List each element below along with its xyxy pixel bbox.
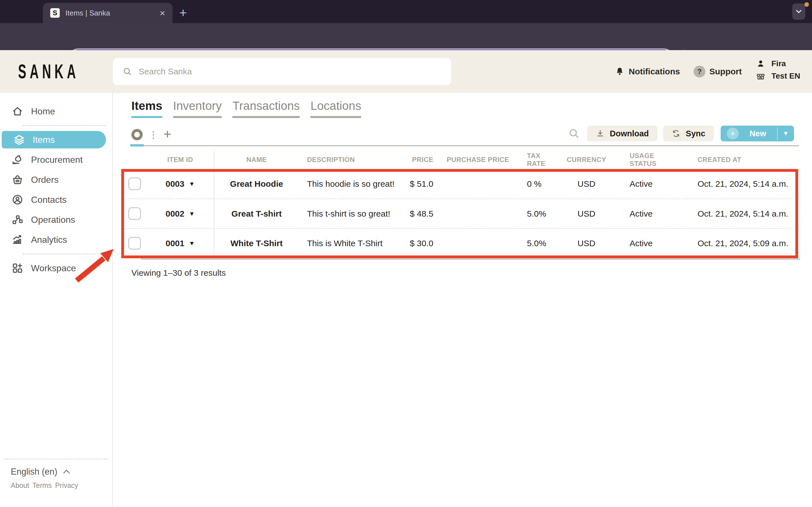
view-options-icon[interactable]: ⋮ — [148, 128, 159, 142]
new-tab-button[interactable]: + — [179, 6, 187, 19]
row-checkbox[interactable] — [128, 177, 141, 190]
home-icon — [11, 105, 24, 117]
sync-button[interactable]: Sync — [663, 126, 714, 142]
browser-tab[interactable]: S Items | Sanka × — [43, 3, 172, 23]
sidebar-item-label: Items — [33, 135, 55, 145]
item-description: This t-shirt is so great! — [299, 209, 398, 219]
row-checkbox[interactable] — [128, 237, 141, 249]
col-name[interactable]: NAME — [214, 150, 299, 169]
sidebar-item-analytics[interactable]: Analytics — [0, 231, 112, 248]
language-selector[interactable]: English (en) — [0, 467, 112, 477]
table-row[interactable]: 0001▼ White T-Shirt This is White T-Shir… — [123, 228, 793, 258]
sidebar-item-label: Operations — [31, 215, 75, 225]
sidebar-item-label: Orders — [31, 175, 59, 185]
user-menu[interactable]: Fira Test EN — [756, 59, 800, 81]
item-tax-rate: 5.0% — [520, 238, 554, 248]
legal-links: About Terms Privacy — [0, 482, 112, 490]
support-label: Support — [709, 67, 742, 76]
analytics-icon — [11, 233, 24, 246]
col-purchase-price[interactable]: PURCHASE PRICE — [436, 156, 520, 164]
terms-link[interactable]: Terms — [33, 482, 52, 490]
col-tax-rate[interactable]: TAX RATE — [520, 152, 554, 168]
main-content: Items Inventory Transactions Locations ⋮… — [113, 93, 812, 507]
sidebar-item-label: Contacts — [31, 194, 66, 205]
item-price: $ 48.5 — [398, 209, 436, 219]
sidebar-item-orders[interactable]: Orders — [0, 171, 112, 188]
tab-transactions[interactable]: Transactions — [232, 99, 300, 118]
sidebar-item-home[interactable]: Home — [0, 103, 112, 120]
sidebar-item-operations[interactable]: Operations — [0, 211, 112, 228]
notifications-label: Notifications — [629, 67, 680, 76]
tab-locations[interactable]: Locations — [310, 99, 361, 118]
sync-label: Sync — [686, 129, 705, 138]
items-table: ITEM ID NAME DESCRIPTION PRICE PURCHASE … — [123, 150, 793, 258]
about-link[interactable]: About — [11, 482, 29, 490]
item-name: Great T-shirt — [214, 199, 299, 228]
col-price[interactable]: PRICE — [398, 156, 436, 164]
tab-title: Items | Sanka — [65, 9, 154, 17]
layers-icon — [13, 133, 26, 146]
row-caret-icon[interactable]: ▼ — [189, 180, 195, 187]
tab-search-button[interactable] — [792, 3, 805, 20]
tab-items[interactable]: Items — [132, 99, 162, 118]
workspace-icon — [11, 262, 24, 274]
item-id[interactable]: 0002 — [165, 209, 185, 219]
sidebar-item-items[interactable]: Items — [2, 131, 106, 149]
sidebar-item-label: Analytics — [31, 235, 67, 245]
item-id[interactable]: 0001 — [165, 238, 185, 248]
item-price: $ 51.0 — [398, 179, 436, 189]
active-view-underline — [130, 144, 144, 147]
view-circle-icon[interactable] — [132, 129, 143, 140]
privacy-link[interactable]: Privacy — [55, 482, 78, 490]
download-label: Download — [610, 129, 649, 138]
table-row[interactable]: 0002▼ Great T-shirt This t-shirt is so g… — [123, 199, 793, 228]
app-header: SANKA Notifications ? Support Fira Test … — [0, 50, 812, 93]
item-usage-status: Active — [619, 209, 682, 219]
download-button[interactable]: Download — [587, 126, 658, 142]
sidebar-item-label: Home — [31, 106, 55, 117]
item-created-at: Oct. 21, 2024, 5:09 a.m. — [682, 238, 793, 248]
search-input[interactable] — [139, 67, 442, 76]
add-view-icon[interactable]: + — [163, 126, 171, 142]
contacts-icon — [11, 193, 24, 206]
col-description[interactable]: DESCRIPTION — [299, 156, 398, 164]
item-name: Great Hoodie — [214, 169, 299, 199]
list-toolbar: ⋮ + Download Sync + New ▼ — [113, 124, 812, 147]
row-caret-icon[interactable]: ▼ — [189, 210, 195, 217]
col-usage-status[interactable]: USAGE STATUS — [619, 152, 682, 168]
item-id[interactable]: 0003 — [165, 179, 185, 189]
new-label: New — [739, 129, 777, 138]
storefront-icon — [756, 71, 766, 81]
col-created-at[interactable]: CREATED AT — [682, 156, 793, 164]
sanka-logo[interactable]: SANKA — [18, 59, 79, 83]
chevron-up-icon — [62, 467, 71, 476]
favicon: S — [50, 8, 60, 18]
global-search[interactable] — [113, 58, 451, 85]
item-price: $ 30.0 — [398, 238, 436, 248]
sidebar-item-contacts[interactable]: Contacts — [0, 191, 112, 209]
language-label: English (en) — [11, 467, 57, 477]
row-caret-icon[interactable]: ▼ — [189, 240, 195, 247]
support-button[interactable]: ? Support — [694, 50, 742, 93]
sidebar-item-workspace[interactable]: Workspace — [0, 260, 112, 277]
col-currency[interactable]: CURRENCY — [554, 156, 619, 164]
question-icon: ? — [694, 66, 705, 77]
item-currency: USD — [554, 238, 619, 248]
item-tax-rate: 5.0% — [520, 209, 554, 219]
browser-toolbar: app.sanka.io/items/ ✳ 9+ I ⋮ — [0, 23, 812, 50]
table-row[interactable]: 0003▼ Great Hoodie This hoodie is so gre… — [123, 169, 793, 199]
item-currency: USD — [554, 209, 619, 219]
table-search-icon[interactable] — [568, 127, 580, 141]
new-button[interactable]: + New ▼ — [721, 126, 794, 142]
tab-inventory[interactable]: Inventory — [173, 99, 222, 118]
notifications-button[interactable]: Notifications — [615, 50, 680, 93]
download-icon — [596, 129, 605, 138]
chevron-down-icon — [795, 7, 803, 16]
toolbar-rule — [132, 145, 799, 146]
col-item-id[interactable]: ITEM ID — [147, 156, 214, 164]
item-usage-status: Active — [619, 179, 682, 189]
new-dropdown-caret[interactable]: ▼ — [777, 130, 794, 137]
sidebar-item-procurement[interactable]: Procurement — [0, 151, 112, 168]
tab-close-icon[interactable]: × — [160, 8, 165, 18]
row-checkbox[interactable] — [128, 207, 141, 220]
